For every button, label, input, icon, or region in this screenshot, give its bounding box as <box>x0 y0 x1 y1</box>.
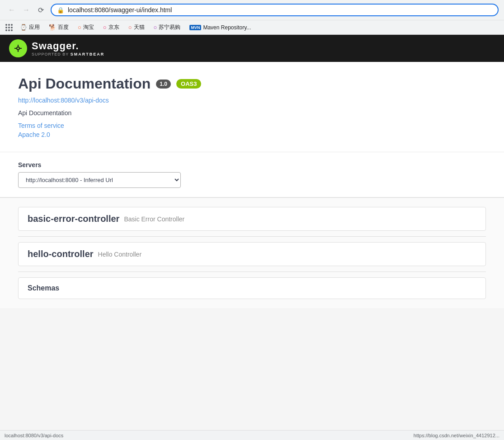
info-section: Api Documentation 1.0 OAS3 http://localh… <box>0 62 504 152</box>
schemas-header: Schemas <box>19 278 485 299</box>
controller-item-basic-error[interactable]: basic-error-controller Basic Error Contr… <box>18 207 486 231</box>
bookmark-maven[interactable]: MVN Maven Repository... <box>186 23 254 32</box>
bookmark-tianmao-label: 天猫 <box>134 23 145 31</box>
swagger-logo: Swagger. Supported by SMARTBEAR <box>9 39 104 57</box>
browser-chrome: ← → ⟳ 🔒 ⌚ 应用 🐕 百度 ○ 淘宝 ○ 京东 <box>0 0 504 35</box>
url-input[interactable] <box>68 6 492 14</box>
terms-of-service-link[interactable]: Terms of service <box>18 122 486 129</box>
version-badge: 1.0 <box>156 80 171 89</box>
swagger-header: Swagger. Supported by SMARTBEAR <box>0 35 504 62</box>
bookmarks-bar: ⌚ 应用 🐕 百度 ○ 淘宝 ○ 京东 ○ 天猫 ○ 苏宁易购 MVN Mave… <box>0 20 504 34</box>
address-bar[interactable]: 🔒 <box>51 4 499 16</box>
svg-point-0 <box>17 47 19 50</box>
bookmark-taobao[interactable]: ○ 淘宝 <box>74 22 98 33</box>
bookmark-taobao-label: 淘宝 <box>83 23 94 31</box>
api-description: Api Documentation <box>18 109 486 117</box>
bookmark-apps[interactable]: ⌚ 应用 <box>16 22 43 33</box>
schemas-title: Schemas <box>28 284 59 292</box>
servers-section: Servers http://localhost:8080 - Inferred… <box>0 152 504 197</box>
main-content: Swagger. Supported by SMARTBEAR Api Docu… <box>0 35 504 308</box>
bookmark-tianmao[interactable]: ○ 天猫 <box>125 22 148 33</box>
controller-name-basic-error: basic-error-controller <box>28 214 119 224</box>
swagger-name-label: Swagger. <box>32 40 104 52</box>
oas-badge: OAS3 <box>176 79 201 89</box>
controllers-section: basic-error-controller Basic Error Contr… <box>0 198 504 308</box>
bookmark-jd[interactable]: ○ 京东 <box>99 22 123 33</box>
swagger-logo-icon <box>9 39 27 57</box>
bookmark-suning[interactable]: ○ 苏宁易购 <box>150 22 184 33</box>
license-link[interactable]: Apache 2.0 <box>18 131 486 138</box>
bookmark-jd-label: 京东 <box>108 23 119 31</box>
browser-toolbar: ← → ⟳ 🔒 <box>0 0 504 20</box>
servers-label: Servers <box>18 161 486 169</box>
bookmark-baidu[interactable]: 🐕 百度 <box>45 22 72 33</box>
reload-button[interactable]: ⟳ <box>34 4 47 16</box>
api-title: Api Documentation <box>18 75 151 92</box>
controller-name-hello: hello-controller <box>28 249 94 259</box>
bookmark-baidu-label: 百度 <box>58 23 69 31</box>
section-divider-2 <box>18 236 486 237</box>
forward-button[interactable]: → <box>20 4 33 16</box>
api-title-row: Api Documentation 1.0 OAS3 <box>18 75 486 92</box>
api-docs-link[interactable]: http://localhost:8080/v3/api-docs <box>18 97 486 104</box>
bookmark-apps-label: 应用 <box>29 23 40 31</box>
bookmark-suning-label: 苏宁易购 <box>159 23 180 31</box>
schemas-section[interactable]: Schemas <box>18 277 486 299</box>
swagger-supported-label: Supported by SMARTBEAR <box>32 52 104 56</box>
controller-desc-basic-error: Basic Error Controller <box>124 215 184 223</box>
controller-item-hello[interactable]: hello-controller Hello Controller <box>18 242 486 266</box>
servers-select[interactable]: http://localhost:8080 - Inferred Url <box>18 172 181 188</box>
lock-icon: 🔒 <box>57 7 64 14</box>
swagger-logo-text: Swagger. Supported by SMARTBEAR <box>32 40 104 56</box>
controller-desc-hello: Hello Controller <box>98 251 141 258</box>
nav-buttons: ← → ⟳ <box>5 4 47 16</box>
bookmark-maven-label: Maven Repository... <box>203 24 251 31</box>
back-button[interactable]: ← <box>5 4 18 16</box>
apps-icon[interactable] <box>5 24 13 31</box>
section-divider-3 <box>18 271 486 272</box>
